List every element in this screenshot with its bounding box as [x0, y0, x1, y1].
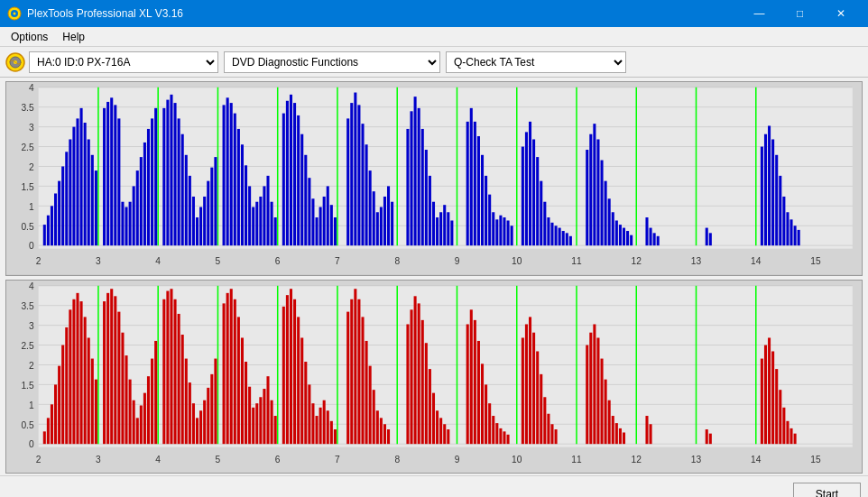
svg-rect-274 [114, 296, 116, 444]
svg-rect-195 [653, 233, 656, 245]
svg-rect-190 [623, 228, 625, 246]
start-button[interactable]: Start [793, 483, 861, 498]
svg-rect-182 [593, 124, 596, 245]
svg-rect-211 [39, 285, 853, 446]
svg-rect-400 [790, 428, 792, 443]
svg-rect-180 [586, 150, 588, 245]
svg-rect-281 [140, 405, 143, 444]
svg-rect-365 [503, 431, 505, 444]
svg-rect-280 [136, 418, 139, 444]
svg-text:0.5: 0.5 [21, 419, 33, 430]
svg-rect-181 [589, 134, 592, 245]
svg-rect-139 [391, 202, 393, 245]
svg-rect-176 [559, 228, 561, 246]
svg-rect-351 [436, 410, 439, 444]
svg-rect-119 [308, 178, 310, 245]
svg-rect-375 [550, 424, 553, 444]
svg-rect-340 [380, 418, 383, 444]
svg-rect-85 [174, 103, 177, 245]
svg-rect-299 [210, 373, 213, 443]
svg-point-2 [14, 13, 16, 15]
svg-text:2: 2 [29, 359, 34, 371]
bottom-chart-svg: 4 3.5 3 2.5 2 1.5 1 0.5 0 2 3 4 5 6 7 8 … [6, 281, 862, 474]
svg-rect-134 [373, 191, 375, 245]
svg-rect-364 [499, 428, 502, 443]
svg-rect-58 [65, 152, 68, 245]
top-chart-svg: 4 3.5 3 2.5 2 1.5 1 0.5 0 2 3 4 5 6 7 8 … [6, 82, 862, 275]
svg-rect-131 [361, 124, 364, 245]
svg-rect-346 [418, 303, 420, 444]
svg-rect-97 [223, 105, 226, 245]
svg-rect-347 [421, 319, 424, 443]
svg-rect-203 [775, 155, 778, 245]
svg-rect-325 [316, 416, 319, 444]
svg-rect-386 [619, 428, 622, 443]
svg-rect-341 [383, 424, 386, 444]
svg-rect-189 [619, 225, 622, 245]
svg-rect-197 [706, 228, 708, 246]
svg-rect-382 [605, 379, 607, 444]
svg-rect-55 [54, 193, 57, 245]
svg-text:4: 4 [155, 254, 161, 266]
svg-rect-264 [72, 299, 75, 443]
svg-rect-152 [450, 220, 453, 245]
svg-rect-117 [300, 134, 303, 245]
svg-rect-275 [117, 311, 120, 444]
svg-rect-160 [492, 212, 494, 245]
svg-rect-292 [185, 358, 188, 444]
svg-rect-394 [768, 337, 771, 444]
svg-rect-166 [522, 147, 524, 246]
svg-rect-109 [266, 176, 269, 245]
svg-rect-311 [259, 397, 262, 444]
maximize-button[interactable]: □ [780, 0, 820, 27]
svg-text:9: 9 [455, 254, 460, 266]
svg-rect-196 [657, 236, 660, 245]
svg-rect-179 [569, 236, 572, 245]
svg-rect-153 [466, 122, 469, 245]
minimize-button[interactable]: — [739, 0, 780, 27]
svg-rect-305 [237, 317, 240, 444]
svg-rect-330 [334, 429, 337, 444]
svg-rect-73 [125, 207, 127, 245]
svg-text:4: 4 [29, 281, 34, 292]
svg-rect-120 [311, 198, 314, 245]
svg-rect-69 [110, 97, 113, 245]
svg-rect-103 [245, 165, 247, 245]
svg-rect-354 [447, 429, 449, 444]
svg-rect-167 [525, 132, 528, 245]
svg-rect-205 [782, 197, 785, 245]
function-select[interactable]: DVD Diagnostic Functions [224, 51, 440, 73]
svg-rect-362 [492, 416, 494, 444]
svg-rect-350 [432, 392, 435, 444]
menu-options[interactable]: Options [4, 29, 55, 45]
svg-rect-401 [794, 433, 797, 444]
svg-rect-342 [387, 429, 390, 444]
svg-text:1: 1 [29, 200, 34, 212]
svg-rect-126 [334, 217, 337, 245]
svg-rect-198 [709, 233, 712, 245]
svg-rect-398 [782, 407, 785, 443]
svg-rect-53 [47, 216, 50, 245]
svg-rect-144 [421, 129, 424, 245]
menu-help[interactable]: Help [55, 29, 92, 45]
svg-rect-54 [51, 206, 53, 245]
svg-rect-288 [170, 289, 172, 444]
svg-rect-260 [58, 365, 60, 444]
svg-rect-384 [612, 416, 614, 444]
svg-rect-282 [143, 392, 146, 444]
svg-text:5: 5 [216, 254, 221, 266]
close-button[interactable]: ✕ [820, 0, 861, 27]
svg-rect-371 [536, 351, 539, 444]
drive-select[interactable]: HA:0 ID:0 PX-716A [29, 51, 218, 73]
svg-rect-57 [61, 166, 64, 245]
svg-rect-184 [601, 161, 604, 246]
svg-rect-267 [84, 317, 87, 444]
svg-rect-307 [245, 362, 247, 444]
svg-rect-285 [154, 340, 157, 443]
svg-rect-374 [547, 413, 549, 443]
svg-rect-93 [203, 197, 206, 245]
svg-rect-115 [293, 103, 296, 245]
svg-rect-151 [447, 212, 449, 245]
test-select[interactable]: Q-Check TA Test [446, 51, 626, 73]
svg-rect-385 [615, 423, 618, 444]
